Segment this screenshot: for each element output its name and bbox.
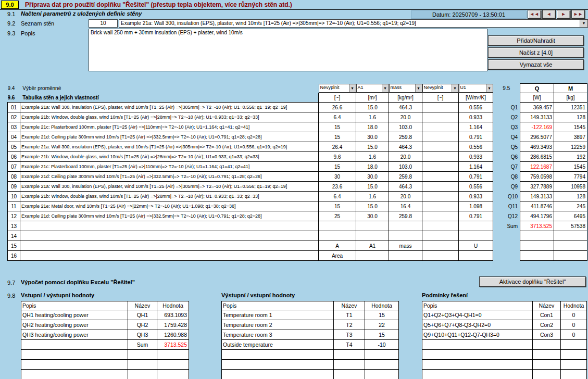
io-value bbox=[157, 350, 189, 360]
wall-property-value-5 bbox=[459, 231, 493, 241]
spacer-cell bbox=[493, 93, 520, 103]
wall-select-value: Example 21a: Wall 300, insulation (EPS),… bbox=[119, 20, 580, 27]
input-values-table: PopisNázevHodnotaQH1 heating/cooling pow… bbox=[21, 301, 189, 379]
variable-dropdown-4[interactable]: Nevyplnit ▼ bbox=[422, 84, 459, 93]
nav-first-button[interactable]: ◄◄ bbox=[528, 10, 541, 19]
wall-property-value-1: 15 bbox=[319, 132, 356, 142]
wall-property-value-4 bbox=[422, 241, 459, 251]
nav-next-button[interactable]: ► bbox=[557, 10, 570, 19]
wall-table-row-08: 08Example 21d: Ceiling plate 300mm wind … bbox=[8, 172, 587, 182]
section-id-9-1: 9.1 bbox=[7, 11, 15, 17]
wall-property-value-4 bbox=[422, 162, 459, 172]
wall-property-value-3: 259.8 bbox=[389, 211, 422, 221]
io-description: QH2 heating/cooling power bbox=[21, 320, 128, 330]
dropdown-arrow-icon[interactable]: ▼ bbox=[580, 20, 587, 27]
clear-all-button[interactable]: Vymazat vše bbox=[488, 59, 584, 70]
wall-property-value-5: 1.164 bbox=[459, 162, 493, 172]
io-row bbox=[21, 370, 189, 379]
wall-property-value-5: 0.791 bbox=[459, 211, 493, 221]
io-name: T2 bbox=[334, 320, 365, 330]
io-description: Q9+Q10+Q11+Q12-Q7-QH3=0 bbox=[422, 330, 533, 340]
io-description: Temperature room 1 bbox=[222, 310, 334, 320]
wall-table: 9.4 Výběr proměnné Nevyplnit ▼ A1 ▼ mass… bbox=[7, 83, 587, 261]
dropdown-arrow-icon[interactable]: ▼ bbox=[452, 84, 458, 92]
wall-property-value-4 bbox=[422, 201, 459, 211]
output-values-table: PopisNázevHodnotaTemperature room 1T115T… bbox=[221, 301, 399, 379]
row-number: 15 bbox=[8, 241, 20, 251]
m-value bbox=[554, 231, 587, 241]
description-textarea[interactable]: Brick wall 250 mm + 30mm insulation (EPS… bbox=[89, 29, 487, 71]
q-row-label bbox=[493, 241, 520, 251]
m-column-header: M bbox=[554, 84, 587, 93]
q-row-label: Q9 bbox=[493, 182, 520, 192]
wall-property-value-1: 6.4 bbox=[319, 192, 356, 201]
variable-dropdown-1[interactable]: Nevyplnit ▼ bbox=[319, 84, 356, 93]
nav-last-button[interactable]: ►► bbox=[571, 10, 585, 19]
m-value: 192 bbox=[554, 152, 587, 162]
unit-label-5: [W/m²/K] bbox=[459, 93, 493, 103]
wall-property-value-4 bbox=[422, 112, 459, 122]
wall-description: Example 21b: Window, double glass, wind … bbox=[20, 192, 319, 201]
section-id-9-2: 9.2 bbox=[7, 20, 15, 27]
io-description bbox=[422, 360, 533, 370]
unit-label-1: [~] bbox=[319, 93, 356, 103]
section-id-9-6: 9.6 bbox=[8, 95, 21, 100]
dropdown-cell-5: U1 ▼ bbox=[459, 84, 493, 93]
wall-description: Example 21c: Plasterboard 100mm, plaster… bbox=[20, 162, 319, 172]
q-value: 286.6815 bbox=[520, 152, 554, 162]
q-column-header: Q bbox=[520, 84, 554, 93]
io-description: QH3 heating/cooling power bbox=[21, 330, 128, 340]
solver-section-title: Výpočet pomocí doplňku Excelu "Řešitel" bbox=[21, 279, 135, 285]
load-from-40-button[interactable]: Načíst z [4.0] bbox=[488, 47, 584, 58]
wall-table-row-06: 06Example 21b: Window, double glass, win… bbox=[8, 152, 587, 162]
wall-table-row-03: 03Example 21c: Plasterboard 100mm, plast… bbox=[8, 122, 587, 132]
m-unit-label: [kg] bbox=[554, 93, 587, 103]
m-value: 245 bbox=[554, 201, 587, 211]
q-value: 327.7889 bbox=[520, 182, 554, 192]
wall-property-value-1: 15 bbox=[319, 122, 356, 132]
wall-property-value-1: 25 bbox=[319, 211, 356, 221]
io-name bbox=[128, 360, 157, 370]
io-value bbox=[365, 350, 399, 360]
io-name bbox=[533, 370, 561, 379]
load-section-title: Načtení parametrů z uložených definic st… bbox=[21, 10, 142, 17]
dropdown-arrow-icon[interactable]: ▼ bbox=[415, 84, 422, 92]
io-name: Con2 bbox=[533, 320, 561, 330]
io-value bbox=[365, 370, 399, 379]
io-description: Temperature room 3 bbox=[222, 330, 334, 340]
wall-property-value-5: U bbox=[459, 241, 493, 251]
io-header-row: PopisNázevHodnota bbox=[222, 301, 399, 310]
wall-property-value-4 bbox=[422, 103, 459, 112]
wall-property-value-1: 15 bbox=[319, 162, 356, 172]
variable-dropdown-4-value: Nevyplnit bbox=[423, 84, 452, 92]
io-description bbox=[222, 370, 334, 379]
variable-dropdown-1-value: Nevyplnit bbox=[319, 84, 349, 92]
dropdown-arrow-icon[interactable]: ▼ bbox=[349, 84, 356, 92]
q-row-label: Q7 bbox=[493, 162, 520, 172]
wall-description: Example 21c: Plasterboard 100mm, plaster… bbox=[20, 122, 319, 132]
wall-property-value-2: 1.6 bbox=[356, 192, 389, 201]
add-replace-button[interactable]: Přidat/Nahradit bbox=[488, 35, 584, 46]
row-number: 04 bbox=[8, 132, 20, 142]
variable-dropdown-5[interactable]: U1 ▼ bbox=[459, 84, 493, 93]
q-unit-label: [W] bbox=[520, 93, 554, 103]
m-value: 1545 bbox=[554, 162, 587, 172]
input-table-title: Vstupní / výstupní hodnoty bbox=[21, 292, 94, 298]
wall-table-row-07: 07Example 21c: Plasterboard 100mm, plast… bbox=[8, 162, 587, 172]
wall-select-combo[interactable]: Example 21a: Wall 300, insulation (EPS),… bbox=[119, 19, 588, 28]
variable-dropdown-2[interactable]: A1 ▼ bbox=[356, 84, 389, 93]
wall-description: Example 21b: Window, double glass, wind … bbox=[20, 112, 319, 122]
variable-dropdown-3[interactable]: mass ▼ bbox=[389, 84, 422, 93]
dropdown-arrow-icon[interactable]: ▼ bbox=[486, 84, 493, 92]
section-id-9-8: 9.8 bbox=[7, 293, 15, 299]
row-number: 05 bbox=[8, 142, 20, 152]
nav-prev-button[interactable]: ◄ bbox=[542, 10, 556, 19]
io-row: QH1 heating/cooling powerQH1693.1093 bbox=[21, 310, 189, 320]
activate-solver-button[interactable]: Aktivace doplňku "Řešitel" bbox=[479, 276, 586, 287]
io-row: QH3 heating/cooling powerQH31260.988 bbox=[21, 330, 189, 340]
dropdown-cell-3: mass ▼ bbox=[389, 84, 422, 93]
m-value: 128 bbox=[554, 112, 587, 122]
io-row bbox=[422, 340, 587, 350]
io-value bbox=[157, 370, 189, 379]
dropdown-arrow-icon[interactable]: ▼ bbox=[382, 84, 389, 92]
